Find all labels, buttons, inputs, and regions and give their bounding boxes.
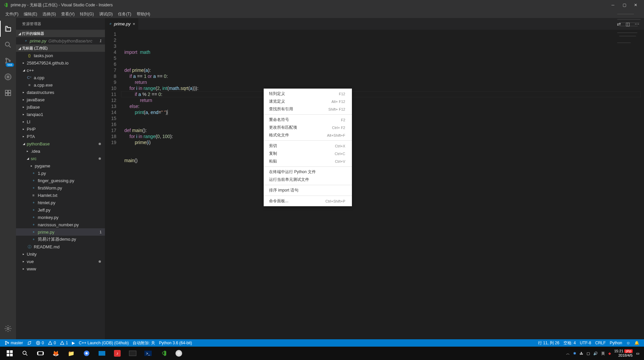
taskbar-vscode-icon[interactable]: [156, 347, 171, 360]
taskbar-netease-icon[interactable]: ♪: [110, 347, 125, 360]
taskbar-chrome-icon[interactable]: [79, 347, 94, 360]
taskbar-app1-icon[interactable]: [94, 347, 110, 360]
file-firstworm[interactable]: ⚬firstWorm.py: [16, 184, 105, 192]
context-menu-item[interactable]: 排序 import 语句: [264, 187, 352, 194]
folder-jsbase[interactable]: ▸jsBase: [16, 103, 105, 111]
folder-li[interactable]: ▸LI: [16, 118, 105, 125]
tray-bluetooth-icon[interactable]: ✱: [573, 351, 576, 356]
status-spaces[interactable]: 空格: 4: [561, 339, 578, 347]
context-menu-item[interactable]: 更改所有匹配项Ctrl+ F2: [264, 124, 352, 131]
file-tasks-json[interactable]: {}tasks.json: [16, 52, 105, 59]
file-prime[interactable]: ⚬prime.py1: [16, 228, 105, 236]
tray-notifications-icon[interactable]: ▭: [636, 351, 639, 356]
code-editor[interactable]: 12345678910111213141516171819 import mat…: [105, 30, 644, 339]
start-button[interactable]: [2, 347, 17, 360]
open-editors-header[interactable]: ◢打开的编辑器: [16, 30, 105, 37]
file-monkey[interactable]: ⚬monkey.py: [16, 214, 105, 221]
status-language[interactable]: Python: [608, 339, 624, 347]
tray-app-icon[interactable]: ◆: [608, 351, 611, 356]
folder-php[interactable]: ▸PHP: [16, 125, 105, 133]
context-menu-item[interactable]: 粘贴Ctrl+V: [264, 157, 352, 165]
folder-cpp[interactable]: ◢c++: [16, 67, 105, 74]
folder-idea[interactable]: ▸.idea: [16, 147, 105, 155]
context-menu-item[interactable]: 速览定义Alt+ F12: [264, 98, 352, 105]
menu-item[interactable]: 文件(F): [3, 11, 21, 18]
status-problems[interactable]: 0 0 1: [34, 339, 70, 347]
file-jeff[interactable]: ⚬Jeff.py: [16, 206, 105, 214]
context-menu-item[interactable]: 运行当前单元测试文件: [264, 176, 352, 184]
tray-volume-icon[interactable]: 🔊: [593, 351, 598, 356]
file-acpp-exe[interactable]: ≡a.cpp.exe: [16, 81, 105, 89]
folder-pta[interactable]: ▸PTA: [16, 133, 105, 140]
tray-battery-icon[interactable]: ▢: [587, 351, 590, 356]
context-menu-item[interactable]: 命令面板...Ctrl+Shift+P: [264, 197, 352, 205]
activity-debug[interactable]: [0, 69, 16, 85]
workspace-header[interactable]: ◢无标题 (工作区): [16, 44, 105, 52]
activity-search[interactable]: [0, 37, 16, 53]
context-menu-item[interactable]: 转到定义F12: [264, 90, 352, 98]
minimap[interactable]: [614, 12, 644, 79]
folder-javabase[interactable]: ▸javaBase: [16, 96, 105, 103]
file-htmlet[interactable]: ⚬htmlet.py: [16, 199, 105, 206]
menu-item[interactable]: 选择(S): [40, 11, 58, 18]
status-encoding[interactable]: UTF-8: [578, 339, 593, 347]
tray-chevron-up-icon[interactable]: ︿: [566, 351, 570, 356]
folder-pygame[interactable]: ▸pygame: [16, 162, 105, 169]
folder-lanqiao1[interactable]: ▸lanqiao1: [16, 111, 105, 118]
tab-prime-py[interactable]: ⚬ prime.py ×: [105, 18, 139, 30]
close-button[interactable]: ✕: [633, 3, 638, 7]
menu-item[interactable]: 转到(G): [77, 11, 96, 18]
context-menu-item[interactable]: 重命名符号F2: [264, 116, 352, 124]
maximize-button[interactable]: ▢: [622, 3, 627, 7]
activity-scm[interactable]: 566: [0, 53, 16, 69]
menu-item[interactable]: 编辑(E): [21, 11, 40, 18]
folder-unity[interactable]: ▸Unity: [16, 250, 105, 258]
status-launch[interactable]: ▶ C++ Launch (GDB) (Github): [70, 339, 131, 347]
file-finger[interactable]: ⚬finger_guessing.py: [16, 177, 105, 184]
status-sync[interactable]: [25, 339, 34, 347]
activity-explorer[interactable]: [0, 21, 16, 37]
folder-githubio[interactable]: ▸2585479524.github.io: [16, 59, 105, 67]
status-python[interactable]: Python 3.6 (64-bit): [157, 339, 194, 347]
taskbar-app2-icon[interactable]: [171, 347, 186, 360]
file-readme[interactable]: ⓘREADME.md: [16, 243, 105, 250]
context-menu-item[interactable]: 在终端中运行 Python 文件: [264, 168, 352, 176]
code-content[interactable]: import mathdef prime(a): if a == 1 or a …: [121, 30, 644, 339]
folder-vue[interactable]: ▸vue: [16, 258, 105, 265]
file-acpp[interactable]: C⁺a.cpp: [16, 74, 105, 81]
activity-settings[interactable]: [0, 321, 16, 337]
status-autoattach[interactable]: 自动附加: 关: [131, 339, 157, 347]
folder-www[interactable]: ▸www: [16, 265, 105, 272]
folder-pythonbase[interactable]: ◢pythonBase: [16, 140, 105, 147]
tab-close-icon[interactable]: ×: [133, 21, 135, 26]
taskbar-explorer-icon[interactable]: 📁: [63, 347, 79, 360]
folder-datastructures[interactable]: ▸datastructures: [16, 89, 105, 96]
status-eol[interactable]: CRLF: [593, 339, 608, 347]
menu-item[interactable]: 查看(V): [58, 11, 77, 18]
activity-extensions[interactable]: [0, 85, 16, 101]
menu-item[interactable]: 调试(D): [97, 11, 116, 18]
file-calc[interactable]: ⚬简易计算器demo.py: [16, 236, 105, 243]
tray-clock[interactable]: 15:21 php 2018/4/5: [614, 349, 633, 358]
status-branch[interactable]: master: [3, 339, 25, 347]
context-menu-item[interactable]: 查找所有引用Shift+ F12: [264, 105, 352, 113]
status-bell-icon[interactable]: 🔔: [632, 339, 641, 347]
file-narcissus[interactable]: ⚬narcissus_number.py: [16, 221, 105, 228]
status-feedback-icon[interactable]: ☺: [624, 339, 632, 347]
tray-network-icon[interactable]: 🖧: [579, 351, 583, 355]
context-menu-item[interactable]: 复制Ctrl+C: [264, 150, 352, 157]
menu-item[interactable]: 帮助(H): [134, 11, 153, 18]
taskbar-firefox-icon[interactable]: 🦊: [48, 347, 63, 360]
context-menu-item[interactable]: 格式化文件Alt+Shift+F: [264, 131, 352, 139]
file-1py[interactable]: ⚬1.py: [16, 169, 105, 177]
taskbar-search-icon[interactable]: [17, 347, 33, 360]
taskview-icon[interactable]: [33, 347, 48, 360]
menu-item[interactable]: 任务(T): [115, 11, 134, 18]
taskbar-powershell-icon[interactable]: >_: [140, 347, 156, 360]
tray-ime[interactable]: 英: [601, 351, 605, 356]
minimize-button[interactable]: ─: [611, 3, 615, 7]
open-editor-item[interactable]: ⚬ prime.py Github/pythonBase/src 1: [16, 37, 105, 44]
status-cursor-pos[interactable]: 行 11, 列 26: [536, 339, 561, 347]
folder-src[interactable]: ◢src: [16, 155, 105, 162]
taskbar-terminal-icon[interactable]: [125, 347, 140, 360]
